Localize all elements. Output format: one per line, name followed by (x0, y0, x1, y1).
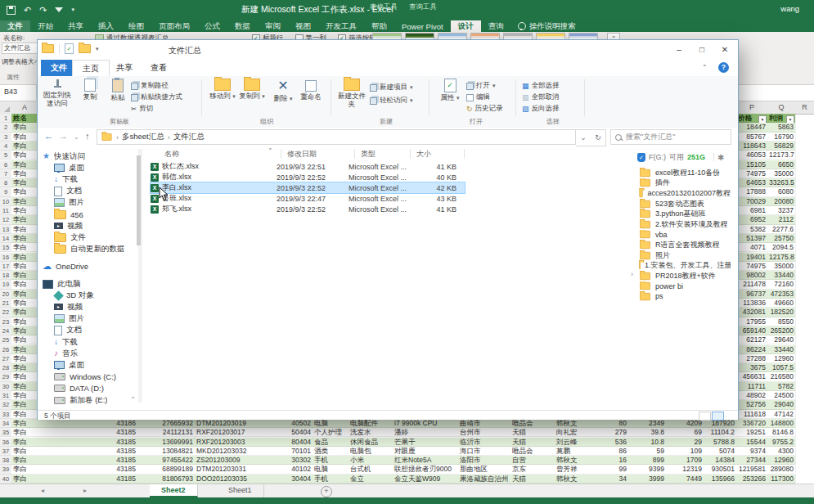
cell-P2[interactable]: 18447 (736, 123, 767, 132)
tab-home[interactable]: 主页 (72, 60, 110, 76)
cell-P17[interactable]: 74975 (736, 262, 767, 271)
column-header-name[interactable]: 名称 (164, 149, 179, 160)
file-row-狄仁杰.xlsx[interactable]: X狄仁杰.xlsx2019/9/3 22:51Microsoft Excel .… (151, 161, 465, 172)
cell-P18[interactable]: 98002 (736, 271, 767, 280)
panel-folder-1.安装包、开发工具、注册[interactable]: 1.安装包、开发工具、注册 (639, 260, 731, 271)
cell-Q22[interactable]: 182520 (767, 308, 795, 317)
cell-F35[interactable]: 个人护理 (313, 428, 349, 437)
tab-share[interactable]: 共享 (106, 60, 142, 76)
row-header-20[interactable]: 20 (0, 290, 12, 299)
save-icon[interactable] (7, 6, 16, 15)
cell-B36[interactable]: 43185 (38, 438, 137, 447)
cell-A17[interactable]: 李白 (11, 262, 38, 271)
close-button[interactable]: ✕ (713, 40, 736, 60)
cell-M34[interactable]: 2349 (628, 419, 666, 428)
cell-P20[interactable]: 96737 (736, 290, 767, 299)
cell-Q16[interactable]: 12175.8 (767, 253, 795, 262)
cell-Q34[interactable]: 148800 (767, 419, 795, 428)
cell-P21[interactable]: 113836 (736, 299, 767, 308)
tab-view[interactable]: 查看 (141, 60, 177, 76)
cell-H34[interactable]: i7 9900k CPU (393, 419, 458, 428)
cell-G38[interactable]: 小米 (349, 456, 393, 465)
cell-Q11[interactable]: 3237 (767, 206, 795, 215)
row-header-15[interactable]: 15 (0, 243, 12, 252)
cell-Q30[interactable]: 5782 (767, 382, 795, 391)
filter-dropdown-icon[interactable]: ▼ (786, 115, 794, 124)
invert-selection-button[interactable]: ▧反向选择 (522, 104, 560, 114)
panel-folder-2.软件安装环境及教程[interactable]: 2.软件安装环境及教程 (639, 219, 731, 230)
cell-A13[interactable]: 李白 (11, 225, 38, 234)
cell-A25[interactable]: 李白 (11, 335, 38, 344)
cell-L37[interactable]: 86 (597, 447, 628, 456)
excel-tab-数据[interactable]: 数据 (227, 20, 258, 32)
cell-A2[interactable]: 李白 (11, 123, 38, 132)
forward-icon[interactable]: → (59, 131, 68, 141)
minimize-button[interactable]: – (668, 40, 690, 60)
cell-K36[interactable]: 刘云峰 (555, 438, 597, 447)
cell-Q8[interactable]: 33263.5 (767, 178, 795, 187)
column-header-R[interactable]: R (795, 101, 814, 115)
cell-F37[interactable]: 酒类 (313, 447, 349, 456)
cell-O35[interactable]: 11104.2 (704, 428, 736, 437)
cell-P1[interactable]: 价格▼ (736, 114, 767, 123)
cell-Q3[interactable]: 16790 (767, 133, 795, 142)
cell-J39[interactable]: 京东 (510, 465, 555, 474)
cell-Q9[interactable]: 6080 (767, 187, 795, 196)
cell-A19[interactable]: 李白 (11, 280, 38, 289)
cell-N38[interactable]: 1709 (666, 456, 704, 465)
row-header-31[interactable]: 31 (0, 391, 12, 400)
cell-Q29[interactable]: 216580 (767, 372, 795, 381)
cell-J40[interactable]: 天猫 (510, 475, 555, 484)
panel-folder-R语言全套视频教程[interactable]: R语言全套视频教程 (639, 240, 731, 250)
panel-folder-PR2018教程+软件[interactable]: PR2018教程+软件 (639, 271, 731, 281)
row-header-3[interactable]: 3 (0, 133, 12, 142)
cell-Q15[interactable]: 2094.5 (767, 243, 795, 252)
cell-C38[interactable]: 97455422 (137, 456, 195, 465)
cell-A22[interactable]: 李白 (11, 308, 38, 317)
cell-P31[interactable]: 48902 (736, 391, 767, 400)
excel-tab-开始[interactable]: 开始 (30, 20, 61, 32)
row-header-12[interactable]: 12 (0, 215, 12, 224)
cell-D39[interactable]: DTM201203031 (195, 465, 270, 474)
history-button[interactable]: ↻历史记录 (466, 104, 503, 114)
cell-P36[interactable]: 15544 (736, 438, 767, 447)
cell-N37[interactable]: 109 (666, 447, 704, 456)
cell-F34[interactable]: 电脑 (313, 419, 349, 428)
panel-folder-acces201320102007教程[interactable]: acces201320102007教程 (639, 188, 731, 199)
row-header-32[interactable]: 32 (0, 400, 12, 409)
new-item-button[interactable]: 新建项目 ▾ (370, 83, 413, 92)
cell-Q35[interactable]: 8146.8 (767, 428, 795, 437)
row-header-27[interactable]: 27 (0, 354, 12, 363)
cell-P33[interactable]: 111618 (736, 410, 767, 419)
cell-D40[interactable]: DOO201203035 (195, 475, 270, 484)
cell-K34[interactable]: 韩秋文 (555, 419, 597, 428)
row-header-26[interactable]: 26 (0, 345, 12, 354)
cell-O39[interactable]: 930501 (704, 465, 736, 474)
new-folder-qat-icon[interactable] (79, 44, 91, 53)
maximize-button[interactable]: □ (690, 40, 713, 60)
panel-folder-vba[interactable]: vba (639, 230, 731, 241)
nav-item-音乐[interactable]: ♪音乐 (54, 348, 144, 359)
cell-C34[interactable]: 27665932 (137, 419, 195, 428)
qat-dropdown-icon[interactable]: ▾ (71, 4, 74, 16)
up-icon[interactable]: ↑ (85, 131, 90, 141)
row-header-39[interactable]: 39 (0, 465, 12, 474)
column-header-A[interactable]: A (11, 101, 38, 115)
row-header-1[interactable]: 1 (0, 114, 12, 123)
cell-F36[interactable]: 食品 (313, 438, 349, 447)
nav-item-Windows (C:)[interactable]: Windows (C:) (54, 371, 144, 383)
cell-A20[interactable]: 李白 (11, 290, 38, 299)
nav-item-456[interactable]: 456 (54, 209, 144, 220)
row-header-18[interactable]: 18 (0, 271, 12, 280)
cell-O40[interactable]: 135966 (704, 475, 736, 484)
cell-P3[interactable]: 85767 (736, 133, 767, 142)
cell-M39[interactable]: 9399 (628, 465, 666, 474)
cell-A3[interactable]: 李白 (11, 133, 38, 142)
cell-A4[interactable]: 李白 (11, 142, 38, 151)
cell-Q21[interactable]: 49660 (767, 299, 795, 308)
cell-N36[interactable]: 29 (666, 438, 704, 447)
cell-P26[interactable]: 86224 (736, 345, 767, 354)
column-header-date[interactable]: 修改日期 (287, 149, 317, 160)
row-header-37[interactable]: 37 (0, 447, 12, 456)
cell-N40[interactable]: 7449 (666, 475, 704, 484)
